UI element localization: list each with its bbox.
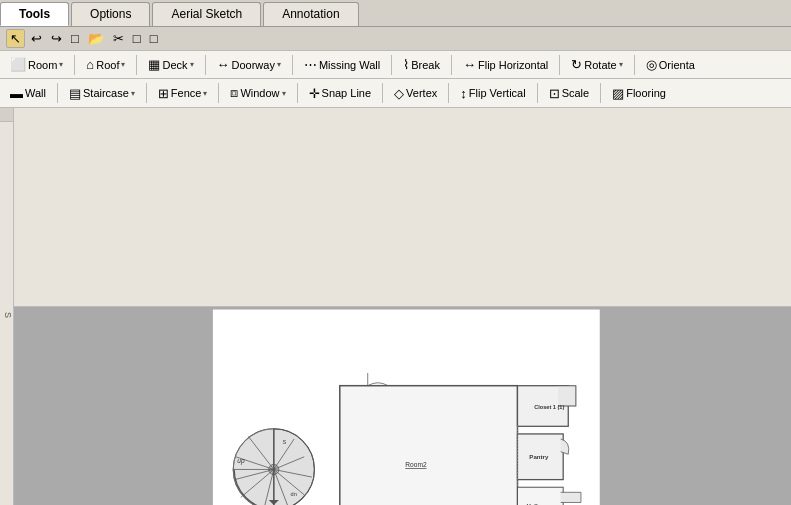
sep7 [559,55,560,75]
drawing-area[interactable]: up dn S Room2 [14,307,791,505]
sep2 [136,55,137,75]
sep14 [448,83,449,103]
tab-tools[interactable]: Tools [0,2,69,26]
orientation-btn[interactable]: ◎ Orienta [640,54,701,75]
staircase-icon: ▤ [69,86,81,101]
floorplan-svg: up dn S Room2 [14,307,791,505]
svg-text:up: up [237,457,245,465]
deck-btn[interactable]: ▦ Deck ▾ [142,54,199,75]
sep13 [382,83,383,103]
room-icon: ⬜ [10,57,26,72]
undo-btn[interactable]: ↩ [28,30,45,47]
vertex-icon: ◇ [394,86,404,101]
roof-icon: ⌂ [86,57,94,72]
copy-btn[interactable]: □ [130,30,144,47]
sep16 [600,83,601,103]
paste-btn[interactable]: □ [147,30,161,47]
staircase-btn[interactable]: ▤ Staircase ▾ [63,83,141,104]
window-icon: ⧈ [230,85,238,101]
flooring-btn[interactable]: ▨ Flooring [606,83,672,104]
app-window: Tools Options Aerial Sketch Annotation ↖… [0,0,791,505]
svg-text:Hallway: Hallway [526,502,549,505]
ruler-top [14,108,791,307]
toolbar-row1: ⬜ Room ▾ ⌂ Roof ▾ ▦ Deck ▾ ↔ Doorway ▾ [0,51,791,79]
cursor-tool-btn[interactable]: ↖ [6,29,25,48]
orientation-icon: ◎ [646,57,657,72]
sep4 [292,55,293,75]
doorway-btn[interactable]: ↔ Doorway ▾ [211,54,287,75]
sep6 [451,55,452,75]
cut-btn[interactable]: ✂ [110,30,127,47]
svg-text:Pantry: Pantry [529,453,549,460]
deck-icon: ▦ [148,57,160,72]
sep5 [391,55,392,75]
fence-icon: ⊞ [158,86,169,101]
ruler-corner [0,108,14,122]
svg-text:Closet 1  (1): Closet 1 (1) [534,404,564,410]
tab-annotation[interactable]: Annotation [263,2,358,26]
doorway-icon: ↔ [217,57,230,72]
svg-text:Room2: Room2 [405,461,427,468]
tab-aerial-sketch[interactable]: Aerial Sketch [152,2,261,26]
sep10 [146,83,147,103]
roof-btn[interactable]: ⌂ Roof ▾ [80,54,131,75]
toolbar-row2: ▬ Wall ▤ Staircase ▾ ⊞ Fence ▾ ⧈ Window … [0,79,791,108]
missing-wall-btn[interactable]: ⋯ Missing Wall [298,54,386,75]
snap-line-btn[interactable]: ✛ Snap Line [303,83,378,104]
rotate-icon: ↻ [571,57,582,72]
break-icon: ⌇ [403,57,409,72]
break-btn[interactable]: ⌇ Break [397,54,446,75]
ruler-left: S [0,122,14,505]
scale-icon: ⊡ [549,86,560,101]
flip-horizontal-btn[interactable]: ↔ Flip Horizontal [457,54,554,75]
sep11 [218,83,219,103]
wall-btn[interactable]: ▬ Wall [4,83,52,104]
sep8 [634,55,635,75]
workspace: S [0,108,791,505]
flooring-icon: ▨ [612,86,624,101]
rotate-btn[interactable]: ↻ Rotate ▾ [565,54,628,75]
quick-access-bar: ↖ ↩ ↪ □ 📂 ✂ □ □ [0,27,791,51]
sep15 [537,83,538,103]
window-btn[interactable]: ⧈ Window ▾ [224,82,291,104]
wall-icon: ▬ [10,86,23,101]
sep1 [74,55,75,75]
sep9 [57,83,58,103]
open-btn[interactable]: 📂 [85,30,107,47]
missing-wall-icon: ⋯ [304,57,317,72]
flip-vertical-icon: ↕ [460,86,467,101]
flip-vertical-btn[interactable]: ↕ Flip Vertical [454,83,531,104]
svg-text:S: S [282,439,286,445]
flip-horizontal-icon: ↔ [463,57,476,72]
scale-btn[interactable]: ⊡ Scale [543,83,596,104]
snap-line-icon: ✛ [309,86,320,101]
fence-btn[interactable]: ⊞ Fence ▾ [152,83,214,104]
vertex-btn[interactable]: ◇ Vertex [388,83,443,104]
redo-btn[interactable]: ↪ [48,30,65,47]
room-btn[interactable]: ⬜ Room ▾ [4,54,69,75]
svg-rect-20 [340,386,518,505]
sep3 [205,55,206,75]
new-btn[interactable]: □ [68,30,82,47]
svg-text:dn: dn [291,491,297,497]
tab-bar: Tools Options Aerial Sketch Annotation [0,0,791,27]
sep12 [297,83,298,103]
tab-options[interactable]: Options [71,2,150,26]
